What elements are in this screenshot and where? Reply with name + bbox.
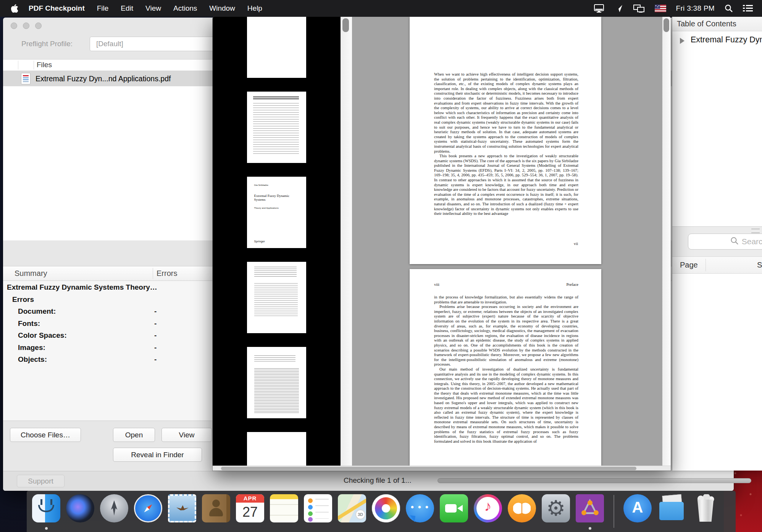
summary-row-label: Document: [18, 307, 56, 315]
menu-help[interactable]: Help [247, 4, 262, 13]
page-thumbnail-text[interactable] [247, 347, 306, 418]
horizontal-scrollbar-thumb[interactable] [221, 467, 636, 470]
window-close-button[interactable] [11, 23, 17, 29]
running-indicator [589, 527, 591, 530]
downloads-icon[interactable] [657, 494, 686, 522]
page-thumbnail-blank[interactable] [247, 432, 306, 466]
dock-item-finder[interactable] [32, 494, 60, 531]
us-flag-icon[interactable] [655, 5, 666, 12]
finder-icon[interactable] [32, 494, 60, 522]
content-vertical-scrollbar[interactable] [662, 17, 671, 466]
search-results-area [672, 274, 762, 471]
reminders-icon[interactable] [304, 494, 332, 522]
dock-item-sysprefs[interactable] [542, 494, 570, 531]
spotlight-search-icon[interactable] [725, 4, 733, 13]
dock-item-appstore[interactable] [623, 494, 652, 531]
menu-edit[interactable]: Edit [121, 4, 133, 13]
sidebar-scrollbar-thumb[interactable] [342, 18, 349, 32]
menu-file[interactable]: File [97, 4, 109, 13]
dock-item-downloads[interactable] [657, 494, 686, 531]
calendar-month-text: APR [236, 494, 264, 503]
calendar-icon[interactable]: APR27 [236, 494, 264, 522]
ibooks-icon[interactable] [508, 494, 536, 522]
view-button[interactable]: View [161, 428, 212, 442]
dock-item-calendar[interactable]: APR27 [236, 494, 264, 531]
menu-actions[interactable]: Actions [173, 4, 197, 13]
dock-item-ibooks[interactable] [508, 494, 536, 531]
summary-row-label: Images: [18, 343, 45, 351]
window-zoom-button[interactable] [35, 23, 42, 29]
summary-row[interactable]: Color Spaces:- [3, 331, 232, 342]
dock-item-launchpad[interactable] [100, 494, 128, 531]
disclosure-triangle-icon[interactable] [680, 38, 685, 44]
page-thumbnail-series[interactable] [247, 92, 306, 163]
photos-icon[interactable] [372, 494, 400, 522]
dock-item-trash[interactable] [691, 494, 720, 531]
summary-row[interactable]: Images:- [3, 343, 232, 354]
sysprefs-icon[interactable] [542, 494, 570, 522]
dock-item-maps[interactable]: 3D [338, 494, 366, 531]
reveal-in-finder-button[interactable]: Reveal in Finder [113, 448, 202, 462]
dock-item-itunes[interactable] [474, 494, 502, 531]
dock-item-photos[interactable] [372, 494, 400, 531]
search-icon [730, 237, 739, 247]
resize-handle-icon[interactable] [751, 229, 760, 233]
app-name-menu[interactable]: PDF Checkpoint [29, 4, 85, 13]
notes-icon[interactable] [270, 494, 298, 522]
dock-item-mail[interactable] [168, 494, 196, 531]
search-field[interactable]: Search [688, 234, 762, 250]
mail-icon[interactable] [168, 494, 196, 522]
files-column-header: Files [37, 61, 52, 69]
dock-item-pdfcheckpoint[interactable] [576, 494, 604, 531]
summary-row[interactable]: Extremal Fuzzy Dynamic Systems Theory… [3, 283, 221, 293]
dock-item-contacts[interactable] [202, 494, 230, 531]
itunes-icon[interactable] [474, 494, 502, 522]
notification-center-icon[interactable] [743, 5, 753, 12]
open-button[interactable]: Open [113, 428, 155, 442]
dock-item-facetime[interactable] [440, 494, 468, 531]
dock-item-messages[interactable] [406, 494, 434, 531]
menu-clock[interactable]: Fri 3:38 PM [676, 4, 715, 13]
apple-menu-icon[interactable] [11, 4, 18, 13]
preflight-profile-select[interactable]: [Default] [90, 37, 220, 51]
menu-window[interactable]: Window [209, 4, 235, 13]
sidebar-scrollbar[interactable] [341, 17, 352, 471]
window-minimize-button[interactable] [23, 23, 29, 29]
dock-item-siri[interactable] [66, 494, 94, 531]
dock: APR273D [27, 491, 736, 532]
dock-item-notes[interactable] [270, 494, 298, 531]
content-scrollbar-thumb[interactable] [664, 18, 669, 32]
facetime-icon[interactable] [440, 494, 468, 522]
trash-icon[interactable] [691, 494, 720, 522]
messages-icon[interactable] [406, 494, 434, 522]
appstore-icon[interactable] [623, 494, 652, 522]
choose-files-button[interactable]: Choose Files… [10, 428, 81, 442]
launchpad-icon[interactable] [100, 494, 128, 522]
summary-row[interactable]: Fonts:- [3, 319, 232, 330]
running-indicator [45, 527, 48, 530]
page-thumbnail-copyright[interactable] [247, 262, 306, 333]
dock-item-safari[interactable] [134, 494, 162, 531]
airplay-displays-icon[interactable] [633, 4, 645, 13]
content-horizontal-scrollbar[interactable] [213, 466, 671, 471]
support-button[interactable]: Support [17, 475, 65, 487]
preflight-profile-label: Preflight Profile: [21, 40, 73, 48]
siri-icon[interactable] [66, 494, 94, 522]
contacts-icon[interactable] [202, 494, 230, 522]
page-thumbnail-title[interactable]: Gia SirbiladzeExtremal Fuzzy Dynamic Sys… [247, 177, 306, 248]
safari-icon[interactable] [134, 494, 162, 522]
location-icon[interactable] [614, 4, 623, 13]
pdfcheckpoint-icon[interactable] [576, 494, 604, 522]
thumbnail-sidebar: Gia SirbiladzeExtremal Fuzzy Dynamic Sys… [213, 17, 341, 471]
page-thumbnail-blank[interactable] [247, 17, 306, 78]
maps-icon[interactable]: 3D [338, 494, 366, 522]
toc-item[interactable]: Extremal Fuzzy Dynamic [672, 34, 762, 48]
summary-row[interactable]: Objects:- [3, 355, 232, 366]
menu-view[interactable]: View [145, 4, 161, 13]
summary-row[interactable]: Document:- [3, 307, 232, 318]
dock-item-reminders[interactable] [304, 494, 332, 531]
display-icon[interactable] [594, 4, 604, 13]
summary-row[interactable]: Errors [3, 295, 226, 306]
page-column-header: Page [680, 261, 698, 269]
summary-row-label: Objects: [18, 355, 47, 363]
